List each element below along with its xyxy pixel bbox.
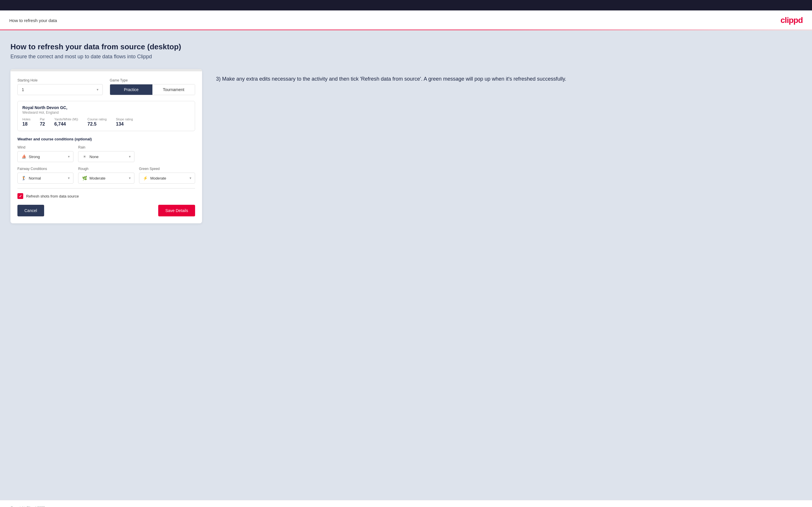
main-content: How to refresh your data from source (de… <box>0 31 812 500</box>
info-text: 3) Make any extra edits necessary to the… <box>216 75 802 83</box>
yards-stat: Yards/White (M)) 6,744 <box>54 117 78 127</box>
fairway-row: Fairway Conditions 🏌 Normal ▾ Rough <box>17 167 195 184</box>
save-button[interactable]: Save Details <box>158 205 195 216</box>
rain-select[interactable]: ☀ None ▾ <box>78 151 134 162</box>
par-stat: Par 72 <box>40 117 45 127</box>
fairway-select[interactable]: 🏌 Normal ▾ <box>17 173 73 184</box>
yards-label: Yards/White (M)) <box>54 117 78 121</box>
form-top-strip <box>10 69 202 71</box>
rain-icon: ☀ <box>82 154 87 159</box>
course-stats: Holes 18 Par 72 Yards/White (M)) 6,744 <box>22 117 190 127</box>
wind-chevron-icon: ▾ <box>68 155 70 159</box>
slope-rating-label: Slope rating <box>116 117 133 121</box>
practice-button[interactable]: Practice <box>110 84 152 95</box>
top-bar <box>0 0 812 10</box>
refresh-checkbox[interactable]: ✓ <box>17 193 23 199</box>
rough-select[interactable]: 🌿 Moderate ▾ <box>78 173 134 184</box>
rough-chevron-icon: ▾ <box>129 176 131 180</box>
wind-value: Strong <box>29 155 40 159</box>
rain-chevron-icon: ▾ <box>129 155 131 159</box>
holes-value: 18 <box>22 121 31 127</box>
conditions-title: Weather and course conditions (optional) <box>17 137 195 141</box>
green-speed-value: Moderate <box>150 176 166 180</box>
slope-rating-value: 134 <box>116 121 133 127</box>
wind-label: Wind <box>17 145 73 149</box>
holes-label: Holes <box>22 117 31 121</box>
refresh-label: Refresh shots from data source <box>26 194 79 199</box>
starting-hole-group: Starting Hole 1 ▾ <box>17 78 103 95</box>
green-speed-label: Green Speed <box>139 167 195 171</box>
fairway-chevron-icon: ▾ <box>68 176 70 180</box>
logo: clippd <box>781 16 803 25</box>
content-area: Starting Hole 1 ▾ Game Type Practice Tou… <box>10 69 802 223</box>
form-actions: Cancel Save Details <box>17 205 195 216</box>
course-rating-stat: Course rating 72.5 <box>87 117 107 127</box>
game-type-row: Starting Hole 1 ▾ Game Type Practice Tou… <box>17 78 195 95</box>
yards-value: 6,744 <box>54 121 78 127</box>
course-info-card: Royal North Devon GC, Westward Hol, Engl… <box>17 101 195 131</box>
spacer-group <box>139 145 195 162</box>
starting-hole-value: 1 <box>22 87 24 92</box>
fairway-value: Normal <box>29 176 41 180</box>
header-title: How to refresh your data <box>9 18 57 23</box>
rough-icon: 🌿 <box>82 175 87 181</box>
cancel-button[interactable]: Cancel <box>17 205 44 216</box>
par-value: 72 <box>40 121 45 127</box>
page-title: How to refresh your data from source (de… <box>10 42 802 51</box>
divider <box>17 188 195 188</box>
rough-group: Rough 🌿 Moderate ▾ <box>78 167 134 184</box>
tournament-button[interactable]: Tournament <box>152 84 195 95</box>
green-speed-group: Green Speed ⚡ Moderate ▾ <box>139 167 195 184</box>
form-card: Starting Hole 1 ▾ Game Type Practice Tou… <box>10 69 202 223</box>
fairway-icon: 🏌 <box>21 175 27 181</box>
green-speed-chevron-icon: ▾ <box>190 176 191 180</box>
wind-group: Wind ⛵ Strong ▾ <box>17 145 73 162</box>
game-type-label: Game Type <box>110 78 195 82</box>
starting-hole-select[interactable]: 1 ▾ <box>17 84 103 95</box>
wind-select[interactable]: ⛵ Strong ▾ <box>17 151 73 162</box>
course-name: Royal North Devon GC, <box>22 105 190 110</box>
wind-icon: ⛵ <box>21 154 27 159</box>
page-subtitle: Ensure the correct and most up to date d… <box>10 54 802 60</box>
game-type-group: Game Type Practice Tournament <box>110 78 195 95</box>
fairway-group: Fairway Conditions 🏌 Normal ▾ <box>17 167 73 184</box>
form-inner: Starting Hole 1 ▾ Game Type Practice Tou… <box>10 71 202 223</box>
footer-text: Copyright Clippd 2022 <box>10 506 45 507</box>
green-speed-icon: ⚡ <box>143 175 148 181</box>
starting-hole-label: Starting Hole <box>17 78 103 82</box>
checkmark-icon: ✓ <box>19 194 22 199</box>
starting-hole-chevron-icon: ▾ <box>97 88 98 92</box>
wind-rain-row: Wind ⛵ Strong ▾ Rain <box>17 145 195 162</box>
green-speed-select[interactable]: ⚡ Moderate ▾ <box>139 173 195 184</box>
rain-label: Rain <box>78 145 134 149</box>
game-type-toggle: Practice Tournament <box>110 84 195 95</box>
course-rating-value: 72.5 <box>87 121 107 127</box>
course-rating-label: Course rating <box>87 117 107 121</box>
rough-value: Moderate <box>89 176 105 180</box>
rain-value: None <box>89 155 98 159</box>
footer: Copyright Clippd 2022 <box>0 500 812 507</box>
course-location: Westward Hol, England <box>22 111 190 115</box>
rough-label: Rough <box>78 167 134 171</box>
fairway-label: Fairway Conditions <box>17 167 73 171</box>
info-panel: 3) Make any extra edits necessary to the… <box>216 69 802 83</box>
slope-rating-stat: Slope rating 134 <box>116 117 133 127</box>
par-label: Par <box>40 117 45 121</box>
holes-stat: Holes 18 <box>22 117 31 127</box>
rain-group: Rain ☀ None ▾ <box>78 145 134 162</box>
refresh-checkbox-row: ✓ Refresh shots from data source <box>17 193 195 199</box>
header: How to refresh your data clippd <box>0 10 812 31</box>
